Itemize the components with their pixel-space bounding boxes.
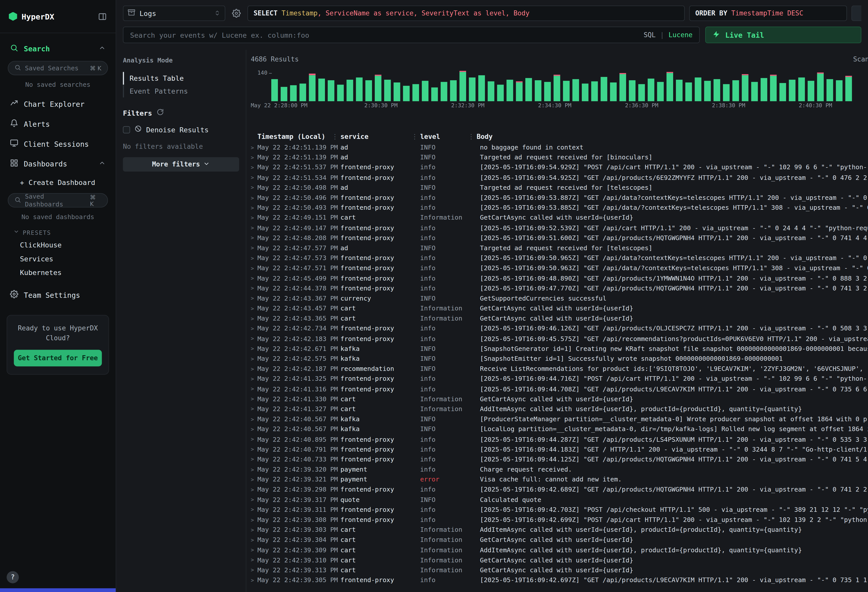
histogram-bar[interactable] <box>365 80 372 101</box>
log-row[interactable]: >May 22 2:42:51.534 PMfrontend-proxyinfo… <box>251 173 868 183</box>
expand-row-icon[interactable]: > <box>251 547 257 553</box>
sidebar-item-chart-explorer[interactable]: Chart Explorer <box>7 94 109 114</box>
histogram-bar[interactable] <box>459 71 466 102</box>
log-row[interactable]: >May 22 2:42:51.139 PMadINFOTargeted ad … <box>251 152 868 162</box>
histogram-bar[interactable] <box>384 80 391 102</box>
histogram-bar[interactable] <box>412 84 419 101</box>
sql-mode-toggle[interactable]: SQL <box>644 31 655 39</box>
expand-row-icon[interactable]: > <box>251 446 257 452</box>
saved-dashboards-input[interactable]: Saved Dashboards ⌘ K <box>8 193 108 207</box>
expand-row-icon[interactable]: > <box>251 235 257 241</box>
histogram-bar[interactable] <box>629 80 635 101</box>
expand-row-icon[interactable]: > <box>251 215 257 221</box>
expand-row-icon[interactable]: > <box>251 376 257 382</box>
expand-row-icon[interactable]: > <box>251 426 257 432</box>
log-row[interactable]: >May 22 2:42:43.457 PMcartInformationGet… <box>251 303 868 313</box>
expand-row-icon[interactable]: > <box>251 527 257 533</box>
log-row[interactable]: >May 22 2:42:41.327 PMcartInformationAdd… <box>251 404 868 414</box>
histogram-bar[interactable] <box>356 77 363 101</box>
histogram-bar[interactable] <box>779 83 786 102</box>
histogram-bar[interactable] <box>318 79 325 101</box>
histogram-bar[interactable] <box>422 81 428 101</box>
expand-row-icon[interactable]: > <box>251 335 257 341</box>
log-row[interactable]: >May 22 2:42:39.317 PMquoteINFOCalculate… <box>251 495 868 505</box>
lucene-search-input[interactable]: Search your events w/ Lucene ex. column:… <box>123 27 700 43</box>
histogram-bar[interactable] <box>685 82 692 101</box>
log-row[interactable]: >May 22 2:42:42.187 PMrecommendationINFO… <box>251 363 868 374</box>
expand-row-icon[interactable]: > <box>251 245 257 251</box>
expand-row-icon[interactable]: > <box>251 224 257 231</box>
expand-row-icon[interactable]: > <box>251 255 257 261</box>
histogram-bar[interactable] <box>337 85 344 102</box>
histogram-bar[interactable] <box>742 74 748 102</box>
log-row[interactable]: >May 22 2:42:39.310 PMcartInformationGet… <box>251 555 868 565</box>
expand-row-icon[interactable]: > <box>251 487 257 493</box>
expand-row-icon[interactable]: > <box>251 185 257 190</box>
log-row[interactable]: >May 22 2:42:47.577 PMadINFOTargeted ad … <box>251 243 868 253</box>
expand-row-icon[interactable]: > <box>251 386 257 392</box>
saved-searches-input[interactable]: Saved Searches ⌘ K <box>8 61 108 75</box>
log-row[interactable]: >May 22 2:42:40.567 PMkafkaINFO[Producer… <box>251 414 868 424</box>
log-row[interactable]: >May 22 2:42:39.309 PMcartInformationAdd… <box>251 545 868 555</box>
histogram-bar[interactable] <box>554 74 560 101</box>
histogram-bar[interactable] <box>601 77 607 101</box>
expand-row-icon[interactable]: > <box>251 195 257 201</box>
expand-row-icon[interactable]: > <box>251 325 257 331</box>
live-tail-button[interactable]: Live Tail <box>705 27 861 43</box>
expand-row-icon[interactable]: > <box>251 476 257 483</box>
expand-row-icon[interactable]: > <box>251 154 257 160</box>
log-row[interactable]: >May 22 2:42:40.733 PMfrontend-proxyinfo… <box>251 455 868 465</box>
log-row[interactable]: >May 22 2:42:40.791 PMfrontend-proxyinfo… <box>251 444 868 455</box>
log-row[interactable]: >May 22 2:42:42.734 PMfrontend-proxyinfo… <box>251 323 868 334</box>
histogram-bar[interactable] <box>497 84 503 101</box>
histogram-bar[interactable] <box>620 73 626 101</box>
sidebar-item-alerts[interactable]: Alerts <box>7 114 109 134</box>
source-select[interactable]: Logs <box>123 6 226 21</box>
column-header-level[interactable]: level⋮ <box>420 133 477 141</box>
expand-row-icon[interactable]: > <box>251 537 257 543</box>
log-row[interactable]: >May 22 2:42:43.367 PMcurrencyINFOGetSup… <box>251 293 868 303</box>
expand-row-icon[interactable]: > <box>251 406 257 412</box>
log-row[interactable]: >May 22 2:42:45.499 PMfrontend-proxyinfo… <box>251 273 868 283</box>
column-resize-handle[interactable]: ⋮ <box>332 133 340 141</box>
histogram-bar[interactable] <box>808 81 814 101</box>
log-row[interactable]: >May 22 2:42:50.496 PMfrontend-proxyinfo… <box>251 192 868 203</box>
expand-row-icon[interactable]: > <box>251 345 257 352</box>
log-row[interactable]: >May 22 2:42:39.320 PMpaymentinfoCharge … <box>251 464 868 474</box>
log-row[interactable]: >May 22 2:42:47.573 PMfrontend-proxyinfo… <box>251 253 868 263</box>
log-row[interactable]: >May 22 2:42:40.895 PMfrontend-proxyinfo… <box>251 434 868 444</box>
log-row[interactable]: >May 22 2:42:50.498 PMadINFOTargeted ad … <box>251 182 868 192</box>
histogram-bar[interactable] <box>714 79 720 102</box>
expand-row-icon[interactable]: > <box>251 295 257 301</box>
log-row[interactable]: >May 22 2:42:42.671 PMkafkaINFO[Snapshot… <box>251 344 868 354</box>
histogram-bar[interactable] <box>290 85 297 101</box>
log-row[interactable]: >May 22 2:42:47.571 PMfrontend-proxyinfo… <box>251 263 868 273</box>
histogram-bar[interactable] <box>591 81 598 102</box>
help-button[interactable]: ? <box>7 571 19 583</box>
histogram-bar[interactable] <box>845 76 852 102</box>
analysis-mode-event-patterns[interactable]: Event Patterns <box>123 85 239 97</box>
column-resize-handle[interactable]: ⋮ <box>468 133 477 141</box>
histogram-bar[interactable] <box>827 79 833 102</box>
expand-row-icon[interactable]: > <box>251 315 257 321</box>
expand-row-icon[interactable]: > <box>251 577 257 583</box>
select-clause-input[interactable]: SELECT Timestamp, ServiceName as service… <box>248 6 685 21</box>
order-by-input[interactable]: ORDER BY TimestampTime DESC <box>689 6 847 21</box>
log-row[interactable]: >May 22 2:42:41.316 PMfrontend-proxyinfo… <box>251 384 868 394</box>
log-row[interactable]: >May 22 2:42:42.575 PMkafkaINFO[Snapshot… <box>251 354 868 364</box>
expand-row-icon[interactable]: > <box>251 265 257 271</box>
expand-row-icon[interactable]: > <box>251 416 257 422</box>
log-row[interactable]: >May 22 2:42:39.303 PMcartInformationAdd… <box>251 525 868 535</box>
expand-row-icon[interactable]: > <box>251 366 257 372</box>
histogram-bar[interactable] <box>544 82 551 101</box>
log-row[interactable]: >May 22 2:42:39.311 PMfrontend-proxyinfo… <box>251 505 868 515</box>
histogram-bar[interactable] <box>582 84 588 101</box>
expand-row-icon[interactable]: > <box>251 456 257 462</box>
histogram-bar[interactable] <box>761 78 767 101</box>
histogram-bar[interactable] <box>441 82 447 101</box>
histogram-bar[interactable] <box>667 72 673 101</box>
log-row[interactable]: >May 22 2:42:49.151 PMcartInformationGet… <box>251 213 868 223</box>
histogram-bar[interactable] <box>309 74 316 101</box>
log-row[interactable]: >May 22 2:42:49.147 PMfrontend-proxyinfo… <box>251 223 868 233</box>
histogram-bar[interactable] <box>469 77 475 101</box>
